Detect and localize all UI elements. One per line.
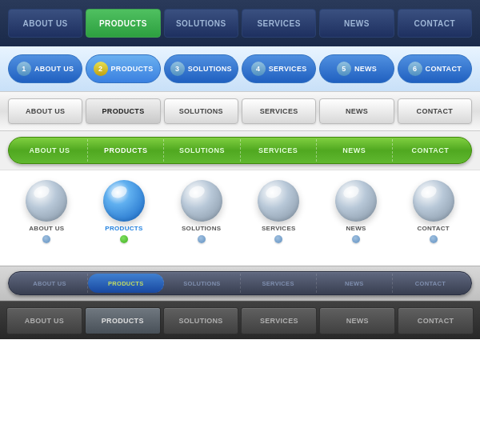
nav5-label-products: PRODUCTS bbox=[105, 225, 142, 232]
nav7-contact[interactable]: CONTACT bbox=[398, 307, 474, 334]
nav2-contact[interactable]: 6 CONTACT bbox=[398, 54, 472, 83]
navbar-2: 1 ABOUT US 2 PRODUCTS 3 SOLUTIONS 4 SERV… bbox=[0, 46, 480, 91]
nav6-label-products: PRODUCTS bbox=[108, 280, 144, 287]
nav3-about-us[interactable]: ABOUT US bbox=[8, 98, 82, 124]
navbar-6-wrap: ABOUT US PRODUCTS SOLUTIONS SERVICES NEW… bbox=[0, 266, 480, 301]
nav5-dot-products bbox=[120, 235, 128, 243]
nav2-num-5: 5 bbox=[337, 62, 351, 76]
nav5-services[interactable]: SERVICES bbox=[240, 180, 318, 243]
nav5-dot-solutions bbox=[198, 235, 206, 243]
nav5-label-contact: CONTACT bbox=[417, 225, 450, 232]
nav6-about-us[interactable]: ABOUT US bbox=[12, 274, 88, 293]
orb-news bbox=[335, 180, 377, 222]
nav2-about-us[interactable]: 1 ABOUT US bbox=[8, 54, 82, 83]
nav1-news[interactable]: NEWS bbox=[319, 9, 394, 38]
nav5-dot-news bbox=[352, 235, 360, 243]
nav7-about-us[interactable]: ABOUT US bbox=[6, 307, 82, 334]
nav1-about-us[interactable]: ABOUT US bbox=[8, 9, 82, 38]
nav5-dot-services bbox=[274, 235, 282, 243]
nav4-news[interactable]: NEWS bbox=[317, 139, 393, 162]
nav5-label-services: SERVICES bbox=[262, 225, 296, 232]
nav7-solutions[interactable]: SOLUTIONS bbox=[163, 307, 239, 334]
nav5-label-solutions: SOLUTIONS bbox=[182, 225, 221, 232]
nav5-products[interactable]: PRODUCTS bbox=[86, 180, 163, 243]
orb-about-us bbox=[26, 180, 67, 222]
nav5-dot-about-us bbox=[42, 235, 50, 243]
nav5-news[interactable]: NEWS bbox=[318, 180, 395, 243]
nav2-num-3: 3 bbox=[170, 62, 185, 76]
nav2-num-1: 1 bbox=[17, 62, 31, 76]
nav2-label-5: NEWS bbox=[354, 65, 377, 73]
navbar-5-section: ABOUT US PRODUCTS SOLUTIONS SERVICES NEW… bbox=[0, 170, 480, 266]
nav7-services[interactable]: SERVICES bbox=[241, 307, 317, 334]
nav5-solutions[interactable]: SOLUTIONS bbox=[162, 180, 240, 243]
nav6-products[interactable]: PRODUCTS bbox=[88, 274, 164, 293]
nav2-label-3: SOLUTIONS bbox=[188, 65, 232, 73]
nav2-num-6: 6 bbox=[408, 62, 422, 76]
nav1-contact[interactable]: CONTACT bbox=[398, 9, 472, 38]
nav3-contact[interactable]: CONTACT bbox=[398, 98, 472, 124]
nav2-label-1: ABOUT US bbox=[34, 65, 74, 73]
nav4-about-us[interactable]: ABOUT US bbox=[12, 139, 88, 162]
navbar-4-wrap: ABOUT US PRODUCTS SOLUTIONS SERVICES NEW… bbox=[0, 131, 480, 170]
nav2-news[interactable]: 5 NEWS bbox=[319, 54, 394, 83]
orb-services bbox=[258, 180, 299, 222]
nav1-products[interactable]: PRODUCTS bbox=[86, 9, 160, 38]
navbar-1: ABOUT US PRODUCTS SOLUTIONS SERVICES NEW… bbox=[0, 0, 480, 46]
nav5-dot-contact bbox=[430, 235, 438, 243]
nav3-news[interactable]: NEWS bbox=[319, 98, 394, 124]
orb-solutions bbox=[181, 180, 222, 222]
nav2-products[interactable]: 2 PRODUCTS bbox=[86, 54, 160, 83]
nav6-contact[interactable]: CONTACT bbox=[393, 274, 468, 293]
nav4-contact[interactable]: CONTACT bbox=[393, 139, 468, 162]
orb-contact bbox=[413, 180, 454, 222]
nav7-news[interactable]: NEWS bbox=[319, 307, 395, 334]
navbar-7: ABOUT US PRODUCTS SOLUTIONS SERVICES NEW… bbox=[0, 301, 480, 339]
nav4-solutions[interactable]: SOLUTIONS bbox=[164, 139, 240, 162]
orb-products bbox=[103, 180, 145, 222]
nav2-num-4: 4 bbox=[251, 62, 266, 76]
nav2-label-6: CONTACT bbox=[426, 65, 462, 73]
nav2-label-4: SERVICES bbox=[269, 65, 307, 73]
nav4-products[interactable]: PRODUCTS bbox=[88, 139, 164, 162]
nav4-services[interactable]: SERVICES bbox=[241, 139, 317, 162]
nav2-label-2: PRODUCTS bbox=[111, 65, 154, 73]
nav5-about-us[interactable]: ABOUT US bbox=[8, 180, 86, 243]
nav6-news[interactable]: NEWS bbox=[317, 274, 393, 293]
navbar-4: ABOUT US PRODUCTS SOLUTIONS SERVICES NEW… bbox=[8, 137, 472, 164]
nav6-solutions[interactable]: SOLUTIONS bbox=[164, 274, 240, 293]
nav2-solutions[interactable]: 3 SOLUTIONS bbox=[164, 54, 238, 83]
navbar-6: ABOUT US PRODUCTS SOLUTIONS SERVICES NEW… bbox=[8, 271, 472, 295]
nav3-services[interactable]: SERVICES bbox=[242, 98, 316, 124]
nav2-num-2: 2 bbox=[94, 62, 108, 76]
nav7-products[interactable]: PRODUCTS bbox=[85, 307, 161, 334]
nav5-label-news: NEWS bbox=[346, 225, 366, 232]
navbar-5: ABOUT US PRODUCTS SOLUTIONS SERVICES NEW… bbox=[8, 177, 472, 243]
nav5-contact[interactable]: CONTACT bbox=[394, 180, 472, 243]
nav1-services[interactable]: SERVICES bbox=[242, 9, 316, 38]
nav5-label-about-us: ABOUT US bbox=[29, 225, 64, 232]
nav3-solutions[interactable]: SOLUTIONS bbox=[164, 98, 238, 124]
navbar-3: ABOUT US PRODUCTS SOLUTIONS SERVICES NEW… bbox=[0, 91, 480, 131]
nav2-services[interactable]: 4 SERVICES bbox=[242, 54, 316, 83]
nav3-products[interactable]: PRODUCTS bbox=[86, 98, 160, 124]
nav1-solutions[interactable]: SOLUTIONS bbox=[164, 9, 238, 38]
nav6-services[interactable]: SERVICES bbox=[241, 274, 317, 293]
